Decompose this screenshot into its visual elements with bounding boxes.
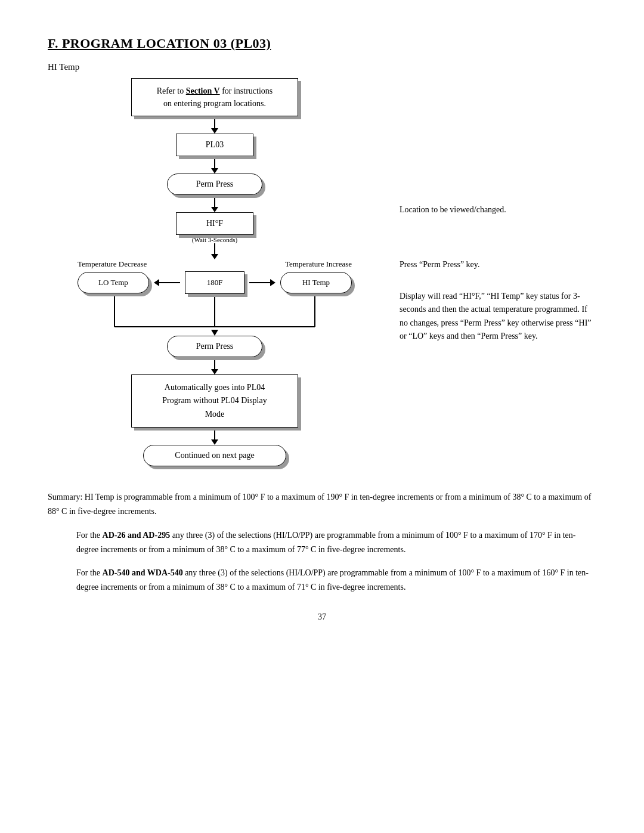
refer-bold: Section V: [186, 86, 220, 95]
arrow4: [211, 243, 218, 259]
arrow-to-hi: [249, 279, 275, 286]
temp-decrease-label: Temperature Decrease: [78, 259, 147, 269]
notes-column: Location to be viewed/changed. Press “Pe…: [382, 78, 596, 466]
auto-box-wrapper: Automatically goes into PL04Program with…: [131, 374, 298, 428]
perm-press-2-wrapper: Perm Press: [167, 336, 262, 357]
note1: Location to be viewed/changed.: [400, 203, 596, 216]
refer-box-wrapper: Refer to Section V for instructionson en…: [131, 78, 298, 116]
flowchart: Refer to Section V for instructionson en…: [48, 78, 382, 466]
continued-box: Continued on next page: [143, 445, 286, 466]
summary-intro: Summary: HI Temp is programmable from a …: [48, 490, 596, 519]
lo-temp-wrapper: LO Temp: [78, 272, 149, 293]
temp-labels-row: Temperature Decrease Temperature Increas…: [78, 259, 352, 269]
180f-wrapper: 180F: [185, 271, 244, 294]
hi-temp-label: HI Temp: [48, 62, 596, 72]
refer-box: Refer to Section V for instructionson en…: [131, 78, 298, 116]
hif-box-wrapper: HI°F: [176, 212, 253, 235]
hi-temp-box-wrapper: HI Temp: [280, 272, 352, 293]
temp-increase-label: Temperature Increase: [285, 259, 352, 269]
continued-wrapper: Continued on next page: [143, 445, 286, 466]
pl03-box-wrapper: PL03: [176, 134, 253, 156]
perm-press-2: Perm Press: [167, 336, 262, 357]
perm-press-1: Perm Press: [167, 174, 262, 195]
note2: Press “Perm Press” key.: [400, 258, 596, 271]
pl03-box: PL03: [176, 134, 253, 156]
summary-para2: For the AD-26 and AD-295 any three (3) o…: [48, 528, 596, 557]
summary-para3: For the AD-540 and WDA-540 any three (3)…: [48, 566, 596, 594]
arrow-to-lo: [154, 279, 180, 286]
hilo-row: LO Temp 180F HI Temp: [78, 271, 352, 294]
summary-section: Summary: HI Temp is programmable from a …: [48, 490, 596, 594]
180f-box: 180F: [185, 271, 244, 294]
para3-bold: AD-540 and WDA-540: [103, 568, 183, 577]
auto-box: Automatically goes into PL04Program with…: [131, 374, 298, 428]
diagram-area: Refer to Section V for instructionson en…: [48, 78, 596, 466]
page-number: 37: [48, 612, 596, 622]
perm-press-1-wrapper: Perm Press: [167, 174, 262, 195]
connector-svg: [78, 294, 352, 336]
svg-marker-6: [211, 330, 218, 336]
lo-temp-box: LO Temp: [78, 272, 149, 293]
hi-temp-box: HI Temp: [280, 272, 352, 293]
note3: Display will read “HI°F,” “HI Temp” key …: [400, 290, 596, 343]
para2-bold: AD-26 and AD-295: [103, 531, 171, 540]
hif-box: HI°F: [176, 212, 253, 235]
page-title: F. PROGRAM LOCATION 03 (PL03): [48, 36, 596, 51]
